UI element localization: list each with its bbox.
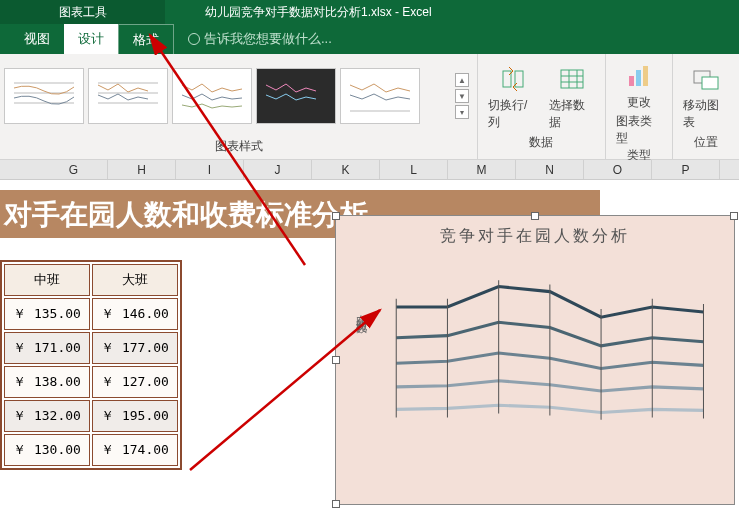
scroll-down-icon[interactable]: ▼ (455, 89, 469, 103)
chart-style-1[interactable] (4, 68, 84, 124)
column-headers: G H I J K L M N O P Q (0, 160, 739, 180)
ribbon: ▲ ▼ ▾ 图表样式 切换行/列 选择数据 数据 更改 图表类型 (0, 54, 739, 160)
resize-handle[interactable] (531, 212, 539, 220)
tab-view[interactable]: 视图 (10, 24, 64, 54)
chart-type-icon (623, 60, 655, 92)
col-header[interactable]: M (448, 160, 516, 179)
resize-handle[interactable] (730, 212, 738, 220)
data-group: 切换行/列 选择数据 数据 (478, 54, 606, 159)
chart-style-3[interactable] (172, 68, 252, 124)
table-row: ￥ 138.00￥ 127.00 (4, 366, 178, 398)
change-chart-type-button[interactable]: 更改 图表类型 (616, 60, 662, 147)
scroll-up-icon[interactable]: ▲ (455, 73, 469, 87)
chart-tools-label: 图表工具 (0, 0, 165, 24)
expand-gallery-icon[interactable]: ▾ (455, 105, 469, 119)
chart-y-axis-label[interactable]: 在园幼儿数 (354, 306, 369, 316)
svg-rect-7 (702, 77, 718, 89)
location-group-label: 位置 (694, 134, 718, 155)
svg-rect-2 (561, 70, 583, 88)
table-row: ￥ 132.00￥ 195.00 (4, 400, 178, 432)
col-header[interactable]: L (380, 160, 448, 179)
chart-plot-area[interactable] (386, 266, 724, 481)
table-row: ￥ 130.00￥ 174.00 (4, 434, 178, 466)
table-row: ￥ 171.00￥ 177.00 (4, 332, 178, 364)
title-bar: 图表工具 幼儿园竞争对手数据对比分析1.xlsx - Excel (0, 0, 739, 24)
type-group: 更改 图表类型 类型 (606, 54, 673, 159)
ribbon-tabs: 视图 设计 格式 告诉我您想要做什么... (0, 24, 739, 54)
chart-styles-group: ▲ ▼ ▾ 图表样式 (0, 54, 478, 159)
worksheet[interactable]: G H I J K L M N O P Q 对手在园人数和收费标准分析 中班大班… (0, 160, 739, 509)
styles-group-label: 图表样式 (0, 138, 477, 159)
move-chart-icon (690, 63, 722, 95)
tab-format[interactable]: 格式 (118, 24, 174, 54)
resize-handle[interactable] (332, 500, 340, 508)
move-chart-button[interactable]: 移动图表 (683, 63, 729, 131)
chart-style-2[interactable] (88, 68, 168, 124)
col-header[interactable]: I (176, 160, 244, 179)
tell-me-placeholder: 告诉我您想要做什么... (204, 30, 332, 48)
col-header[interactable]: H (108, 160, 176, 179)
svg-rect-5 (643, 66, 648, 86)
col-header[interactable]: K (312, 160, 380, 179)
filename-label: 幼儿园竞争对手数据对比分析1.xlsx - Excel (205, 4, 432, 21)
select-data-icon (556, 63, 588, 95)
col-header[interactable]: J (244, 160, 312, 179)
col-header[interactable]: O (584, 160, 652, 179)
col-header[interactable]: G (40, 160, 108, 179)
embedded-chart[interactable]: 竞争对手在园人数分析 在园幼儿数 (335, 215, 735, 505)
svg-rect-4 (636, 70, 641, 86)
location-group: 移动图表 位置 (673, 54, 739, 159)
svg-rect-3 (629, 76, 634, 86)
tell-me-search[interactable]: 告诉我您想要做什么... (188, 30, 332, 48)
chart-style-5[interactable] (340, 68, 420, 124)
resize-handle[interactable] (332, 212, 340, 220)
svg-rect-0 (503, 71, 511, 87)
switch-icon (497, 63, 529, 95)
data-group-label: 数据 (529, 134, 553, 155)
bulb-icon (188, 33, 200, 45)
table-header-row: 中班大班 (4, 264, 178, 296)
select-data-button[interactable]: 选择数据 (549, 63, 595, 131)
svg-rect-1 (515, 71, 523, 87)
col-header[interactable]: P (652, 160, 720, 179)
chart-title[interactable]: 竞争对手在园人数分析 (336, 216, 734, 257)
style-scroll: ▲ ▼ ▾ (455, 73, 469, 119)
switch-row-col-button[interactable]: 切换行/列 (488, 63, 537, 131)
chart-style-4[interactable] (256, 68, 336, 124)
price-table[interactable]: 中班大班 ￥ 135.00￥ 146.00 ￥ 171.00￥ 177.00 ￥… (0, 260, 182, 470)
col-header[interactable]: Q (720, 160, 739, 179)
table-row: ￥ 135.00￥ 146.00 (4, 298, 178, 330)
col-header[interactable]: N (516, 160, 584, 179)
resize-handle[interactable] (332, 356, 340, 364)
tab-design[interactable]: 设计 (64, 24, 118, 54)
